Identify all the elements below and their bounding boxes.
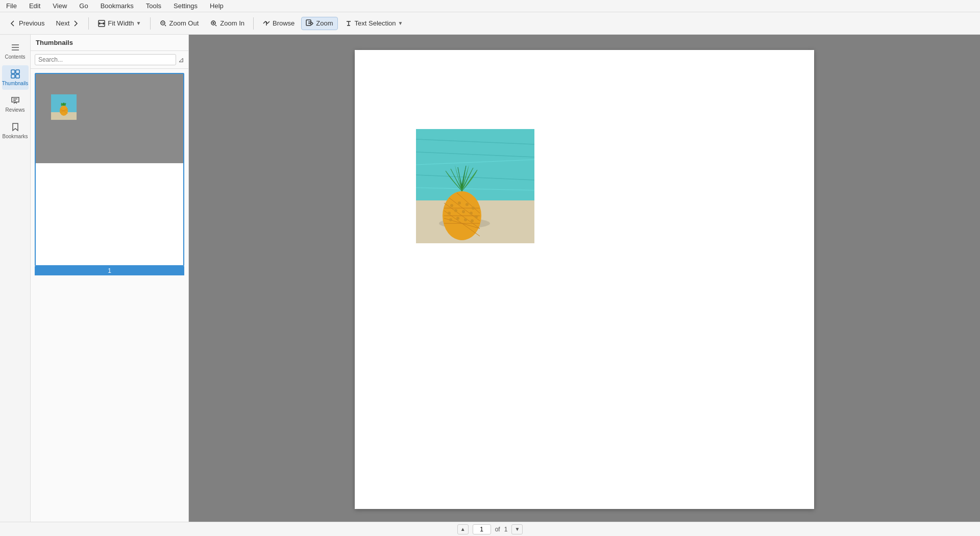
svg-point-42 [462,210,465,213]
pdf-page [355,50,814,509]
zoom-out-button[interactable]: Zoom Out [155,17,204,30]
svg-point-39 [472,207,475,210]
page-up-button[interactable]: ▲ [457,524,469,534]
thumbnails-list: 1 [31,69,188,522]
svg-point-48 [471,219,474,222]
svg-point-40 [448,212,451,215]
menu-settings[interactable]: Settings [172,1,200,11]
svg-point-38 [465,203,469,206]
bottom-navigation-bar: ▲ of 1 ▼ [0,522,980,536]
fit-width-arrow: ▼ [136,20,141,26]
svg-rect-10 [16,74,19,78]
svg-point-46 [456,217,459,220]
thumbnails-panel: Thumbnails ⊿ [31,35,189,522]
text-selection-label: Text Selection [355,19,396,27]
fit-width-button[interactable]: Fit Width ▼ [93,17,145,30]
filter-icon[interactable]: ⊿ [178,56,184,64]
separator-1 [88,17,89,30]
zoom-mode-button[interactable]: Zoom [301,17,337,30]
pineapple-scene-svg [416,129,534,243]
of-label: of [495,526,500,533]
thumbnail-page-1[interactable]: 1 [35,73,184,275]
sidebar-item-reviews[interactable]: Reviews [2,92,29,116]
zoom-in-icon [210,19,218,28]
menu-view[interactable]: View [51,1,69,11]
svg-point-44 [475,215,478,218]
zoom-out-label: Zoom Out [169,19,199,27]
svg-point-41 [454,209,457,212]
bookmarks-label: Bookmarks [3,134,28,139]
thumbnail-pineapple-image [51,94,77,120]
svg-point-45 [449,218,452,221]
text-selection-icon [345,19,353,28]
next-button[interactable]: Next [52,17,85,30]
svg-point-37 [458,201,461,205]
menu-file[interactable]: File [4,1,19,11]
thumbnail-page-number: 1 [35,266,184,275]
thumbnails-title: Thumbnails [31,35,188,51]
zoom-in-label: Zoom In [220,19,244,27]
menu-bookmarks[interactable]: Bookmarks [99,1,136,11]
browse-label: Browse [273,19,295,27]
menu-edit[interactable]: Edit [27,1,42,11]
svg-rect-8 [16,70,19,73]
menu-bar: File Edit View Go Bookmarks Tools Settin… [0,0,980,12]
fit-width-label: Fit Width [108,19,134,27]
next-label: Next [56,19,70,27]
chevron-left-icon [9,19,17,28]
sidebar-icons: Contents Thumbnails Reviews [0,35,31,522]
chevron-right-icon [71,19,80,28]
toolbar: Previous Next Fit Width ▼ Zoom Out Zoom … [0,12,980,35]
svg-rect-9 [11,74,15,78]
browse-button[interactable]: Browse [258,17,299,30]
thumbnail-frame [35,73,184,266]
separator-3 [253,17,254,30]
main-layout: Contents Thumbnails Reviews [0,35,980,522]
zoom-in-button[interactable]: Zoom In [205,17,249,30]
search-input[interactable] [35,54,176,65]
contents-icon [10,42,20,53]
page-down-button[interactable]: ▼ [511,524,523,534]
separator-2 [150,17,151,30]
sidebar-item-thumbnails[interactable]: Thumbnails [2,65,29,90]
svg-rect-3 [306,20,311,25]
sidebar-item-contents[interactable]: Contents [2,39,29,63]
current-page-input[interactable] [473,524,491,534]
previous-button[interactable]: Previous [4,17,50,30]
svg-rect-7 [11,70,15,73]
zoom-out-icon [159,19,167,28]
thumbnails-icon [10,69,20,79]
contents-label: Contents [5,54,25,60]
pineapple-image [416,129,534,243]
thumbnails-label: Thumbnails [2,81,29,86]
browse-icon [262,19,271,28]
menu-tools[interactable]: Tools [144,1,163,11]
menu-go[interactable]: Go [77,1,90,11]
reviews-icon [10,95,20,106]
fit-width-icon [97,19,106,28]
zoom-mode-label: Zoom [316,19,333,27]
previous-label: Previous [19,19,45,27]
thumbnail-top [36,74,183,163]
zoom-mode-icon [306,19,314,28]
main-viewer [189,35,980,522]
sidebar-item-bookmarks[interactable]: Bookmarks [2,118,29,143]
bookmarks-icon [10,122,20,132]
svg-point-36 [450,204,453,207]
thumbnails-search-bar: ⊿ [31,51,188,69]
thumbnail-bottom [36,163,183,265]
text-selection-arrow: ▼ [398,20,403,26]
total-pages: 1 [504,526,508,533]
svg-point-47 [464,218,467,221]
text-selection-button[interactable]: Text Selection ▼ [340,17,408,30]
svg-point-43 [470,212,473,215]
reviews-label: Reviews [6,107,25,113]
menu-help[interactable]: Help [208,1,226,11]
